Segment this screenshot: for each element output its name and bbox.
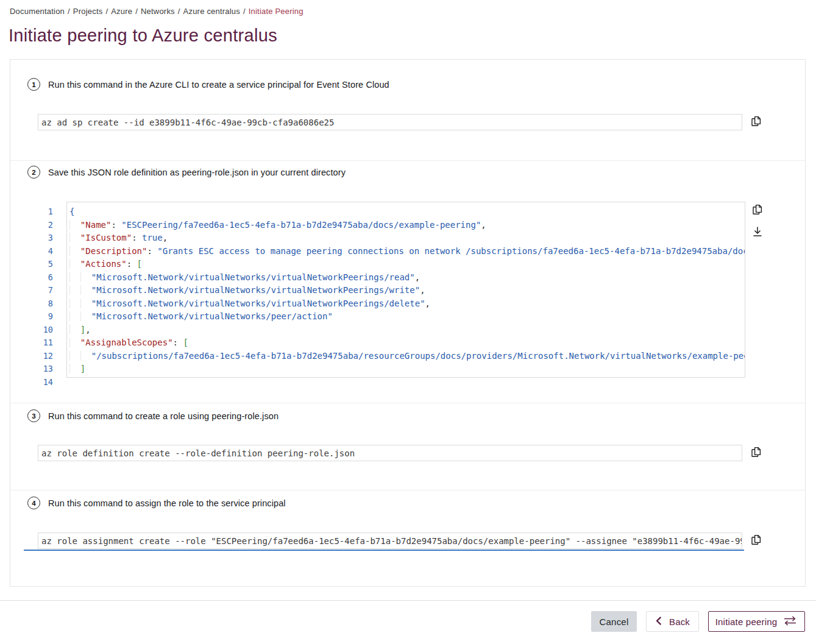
page-title: Initiate peering to Azure centralus	[9, 26, 277, 46]
line-number: 10	[27, 324, 53, 337]
step-2-number: 2	[27, 166, 40, 179]
step-1-command-text: az ad sp create --id e3899b11-4f6c-49ae-…	[38, 118, 334, 127]
copy-icon	[751, 203, 764, 218]
wizard-card: 1 Run this command in the Azure CLI to c…	[10, 59, 806, 587]
code-line: ]	[69, 363, 745, 376]
copy-command-4-button[interactable]	[749, 533, 764, 548]
horizontal-scrollbar-thumb[interactable]	[24, 550, 744, 551]
breadcrumb-item-documentation[interactable]: Documentation	[10, 7, 65, 16]
step-4-number-text: 4	[32, 500, 35, 507]
line-number: 8	[27, 297, 53, 311]
code-line: "Description": "Grants ESC access to man…	[69, 245, 745, 258]
code-line: "Microsoft.Network/virtualNetworks/virtu…	[69, 297, 745, 311]
line-number: 2	[27, 219, 53, 232]
code-line: }	[69, 376, 745, 378]
initiate-peering-button-label: Initiate peering	[715, 617, 778, 627]
initiate-peering-button[interactable]: Initiate peering	[708, 611, 805, 632]
code-line: "AssignableScopes": [	[69, 336, 745, 350]
copy-command-1-button[interactable]	[749, 115, 764, 129]
back-button-label: Back	[669, 617, 690, 627]
breadcrumb: Documentation/Projects/Azure/Networks/Az…	[10, 7, 303, 16]
breadcrumb-item-azure[interactable]: Azure	[111, 7, 132, 16]
code-line: {	[69, 205, 745, 219]
step-3-command-text: az role definition create --role-definit…	[38, 448, 355, 458]
step-4-instruction: Run this command to assign the role to t…	[48, 498, 286, 508]
cancel-button-label: Cancel	[600, 617, 629, 627]
section-divider	[10, 403, 805, 403]
line-number: 12	[27, 350, 53, 363]
transfer-arrows-icon	[782, 616, 798, 628]
line-number: 7	[27, 284, 53, 297]
breadcrumb-item-azure-centralus[interactable]: Azure centralus	[183, 7, 240, 16]
line-number: 6	[27, 271, 53, 285]
line-number: 11	[27, 336, 53, 350]
line-number: 3	[27, 232, 53, 245]
line-numbers-gutter: 1234567891011121314	[27, 205, 53, 389]
breadcrumb-separator: /	[178, 7, 180, 16]
code-line: "Name": "ESCPeering/fa7eed6a-1ec5-4efa-b…	[69, 219, 745, 232]
step-1-number-text: 1	[32, 81, 35, 88]
copy-icon	[750, 115, 763, 130]
section-divider	[10, 160, 805, 161]
breadcrumb-separator: /	[68, 7, 70, 16]
step-4-number: 4	[27, 497, 40, 509]
breadcrumb-item-initiate-peering: Initiate Peering	[249, 7, 303, 16]
code-line: ],	[69, 324, 745, 337]
section-divider	[10, 490, 805, 490]
line-number: 9	[27, 310, 53, 324]
copy-command-3-button[interactable]	[749, 445, 764, 460]
line-number: 1	[27, 205, 53, 219]
code-line: "Microsoft.Network/virtualNetworks/peer/…	[69, 310, 745, 324]
step-4-command-box[interactable]: az role assignment create --role "ESCPee…	[38, 533, 742, 549]
json-role-definition-editor[interactable]: { "Name": "ESCPeering/fa7eed6a-1ec5-4efa…	[66, 202, 745, 378]
download-json-button[interactable]	[750, 225, 765, 239]
step-3-number-text: 3	[32, 412, 35, 420]
step-1-command-box[interactable]: az ad sp create --id e3899b11-4f6c-49ae-…	[38, 114, 742, 130]
back-button[interactable]: Back	[646, 611, 699, 632]
code-line: "Actions": [	[69, 258, 745, 271]
step-2-instruction: Save this JSON role definition as peerin…	[48, 168, 346, 177]
line-number: 5	[27, 258, 53, 271]
step-4-command-text: az role assignment create --role "ESCPee…	[38, 536, 742, 546]
initiate-peering-page: Documentation/Projects/Azure/Networks/Az…	[0, 0, 816, 644]
breadcrumb-item-projects[interactable]: Projects	[73, 7, 103, 16]
step-3-number: 3	[27, 409, 40, 422]
cancel-button[interactable]: Cancel	[591, 611, 637, 632]
step-1-number: 1	[27, 78, 40, 91]
code-line: "Microsoft.Network/virtualNetworks/virtu…	[69, 284, 745, 297]
breadcrumb-separator: /	[105, 7, 108, 16]
code-line: "IsCustom": true,	[69, 232, 745, 245]
code-line: "Microsoft.Network/virtualNetworks/virtu…	[69, 271, 745, 285]
line-number: 14	[27, 376, 53, 389]
breadcrumb-separator: /	[243, 7, 246, 16]
breadcrumb-item-networks[interactable]: Networks	[141, 7, 175, 16]
copy-icon	[750, 445, 763, 461]
copy-json-button[interactable]	[750, 203, 765, 218]
step-1-instruction: Run this command in the Azure CLI to cre…	[48, 80, 389, 90]
chevron-left-icon	[655, 617, 662, 627]
step-2-number-text: 2	[32, 169, 35, 176]
code-line: "/subscriptions/fa7eed6a-1ec5-4efa-b71a-…	[69, 350, 745, 363]
download-icon	[751, 225, 764, 240]
copy-icon	[750, 533, 763, 548]
footer-divider	[0, 600, 816, 601]
breadcrumb-separator: /	[135, 7, 138, 16]
step-3-instruction: Run this command to create a role using …	[48, 411, 279, 421]
step-3-command-box[interactable]: az role definition create --role-definit…	[38, 445, 742, 461]
line-number: 13	[27, 363, 53, 376]
line-number: 4	[27, 245, 53, 258]
